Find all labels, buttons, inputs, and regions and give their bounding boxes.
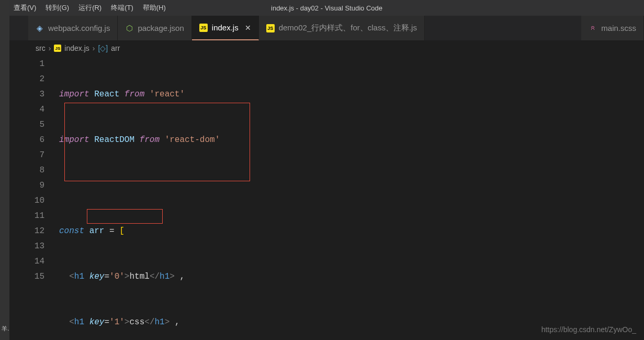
window-title: index.js - day02 - Visual Studio Code bbox=[271, 4, 382, 12]
tab-bar: ◈ webpack.config.js ⬡ package.json JS in… bbox=[9, 16, 644, 41]
tab-label: main.scss bbox=[601, 24, 636, 32]
breadcrumb-file[interactable]: index.js bbox=[64, 44, 89, 52]
tab-webpack[interactable]: ◈ webpack.config.js bbox=[28, 16, 118, 40]
webpack-icon: ◈ bbox=[36, 24, 44, 32]
menu-bar: 查看(V) 转到(G) 运行(R) 终端(T) 帮助(H) bbox=[14, 3, 166, 13]
scss-icon: ႙ bbox=[589, 24, 597, 32]
close-icon[interactable]: ✕ bbox=[243, 24, 251, 32]
npm-icon: ⬡ bbox=[125, 24, 133, 32]
tab-index[interactable]: JS index.js ✕ bbox=[192, 16, 259, 40]
watermark: https://blog.csdn.net/ZywOo_ bbox=[541, 325, 636, 334]
tab-label: demo02_行内样式、for、class、注释.js bbox=[279, 23, 417, 33]
tab-label: package.json bbox=[138, 24, 184, 32]
tab-label: webpack.config.js bbox=[48, 24, 110, 32]
js-icon: JS bbox=[54, 45, 61, 52]
menu-run[interactable]: 运行(R) bbox=[78, 3, 101, 13]
symbol-icon: [◇] bbox=[98, 44, 108, 52]
menu-view[interactable]: 查看(V) bbox=[14, 3, 36, 13]
title-bar: 查看(V) 转到(G) 运行(R) 终端(T) 帮助(H) index.js -… bbox=[9, 0, 644, 16]
menu-help[interactable]: 帮助(H) bbox=[143, 3, 166, 13]
menu-terminal[interactable]: 终端(T) bbox=[111, 3, 133, 13]
tab-demo02[interactable]: JS demo02_行内样式、for、class、注释.js bbox=[259, 16, 425, 40]
chevron-right-icon: › bbox=[49, 44, 51, 52]
line-gutter: 1 2 3 4 5 6 7 8 9 10 11 12 13 14 15 bbox=[9, 56, 59, 340]
breadcrumb[interactable]: src › JS index.js › [◇] arr bbox=[9, 41, 644, 56]
breadcrumb-symbol[interactable]: arr bbox=[111, 44, 120, 52]
tab-mainscss[interactable]: ႙ main.scss bbox=[581, 16, 644, 40]
menu-goto[interactable]: 转到(G) bbox=[46, 3, 69, 13]
tab-label: index.js bbox=[212, 23, 239, 32]
activity-bar[interactable] bbox=[0, 0, 9, 340]
chevron-right-icon: › bbox=[93, 44, 95, 52]
js-icon: JS bbox=[199, 24, 208, 32]
editor[interactable]: 1 2 3 4 5 6 7 8 9 10 11 12 13 14 15 impo… bbox=[9, 56, 644, 340]
tab-package[interactable]: ⬡ package.json bbox=[118, 16, 191, 40]
breadcrumb-folder[interactable]: src bbox=[36, 44, 46, 52]
js-icon: JS bbox=[266, 24, 275, 32]
code-content[interactable]: import React from 'react' import ReactDO… bbox=[59, 56, 644, 340]
